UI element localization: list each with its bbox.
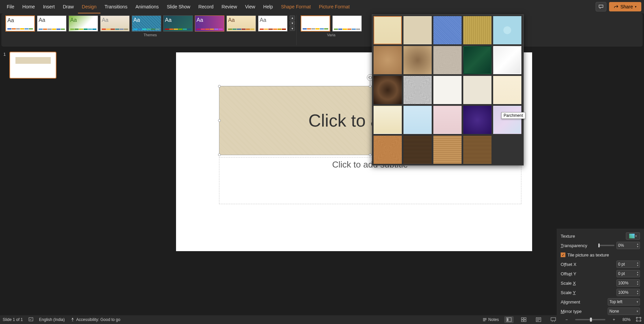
language-status[interactable]: English (India) (39, 317, 65, 322)
texture-recycledpaper[interactable] (463, 76, 491, 104)
tab-slide-show[interactable]: Slide Show (163, 0, 194, 13)
tab-view[interactable]: View (241, 0, 259, 13)
texture-papyrus[interactable] (374, 16, 402, 44)
variant-0[interactable] (301, 15, 330, 32)
mirror-type-label: Mirror type (561, 309, 582, 314)
texture-waterdroplets[interactable] (493, 16, 521, 44)
texture-bluetissue[interactable] (403, 106, 432, 134)
texture-cork[interactable] (374, 136, 402, 164)
theme-facet[interactable]: Aa (69, 15, 98, 32)
texture-mediumwood[interactable] (463, 136, 491, 164)
texture-parchment[interactable] (493, 76, 521, 104)
tab-insert[interactable]: Insert (39, 0, 59, 13)
tab-animations[interactable]: Animations (131, 0, 163, 13)
slide-editor[interactable]: Click to add title Click to add subtitle… (64, 48, 644, 319)
svg-rect-6 (521, 320, 523, 322)
texture-stationery[interactable] (374, 106, 402, 134)
svg-rect-9 (551, 318, 556, 321)
texture-brownmarble[interactable] (374, 76, 402, 104)
theme-integral[interactable]: Aa (132, 15, 161, 32)
tab-home[interactable]: Home (18, 0, 39, 13)
design-ribbon: AaAaAaAaAaAaAaAaAa ▴ ▾ ▾ Themes Varia (1, 13, 643, 47)
svg-rect-4 (521, 318, 523, 319)
texture-oak[interactable] (433, 136, 462, 164)
slide-thumbnail-panel[interactable]: 1 (0, 48, 64, 319)
texture-purple[interactable] (463, 106, 491, 134)
texture-fishfossil[interactable] (403, 46, 432, 74)
scale-x-input[interactable]: 100%▴▾ (616, 279, 640, 287)
spellcheck-icon[interactable] (28, 317, 34, 323)
normal-view-button[interactable] (504, 316, 514, 323)
scroll-down-icon[interactable]: ▾ (290, 21, 295, 26)
texture-denim[interactable] (433, 16, 462, 44)
slideshow-icon (551, 317, 556, 322)
tab-shape-format[interactable]: Shape Format (277, 0, 315, 13)
comments-button[interactable] (596, 2, 606, 11)
scale-y-label: Scale Y (561, 290, 576, 295)
mirror-type-select[interactable]: None▾ (608, 308, 640, 315)
texture-bouquet[interactable] (493, 106, 521, 134)
expand-gallery-icon[interactable]: ▾ (290, 26, 295, 31)
variant-1[interactable] (332, 15, 362, 32)
texture-swatch-icon (629, 234, 635, 238)
tab-picture-format[interactable]: Picture Format (315, 0, 354, 13)
texture-gallery-popup: Parchment (372, 14, 524, 166)
chevron-down-icon: ▾ (635, 234, 637, 238)
accessibility-status[interactable]: Accessibility: Good to go (70, 317, 120, 322)
slideshow-button[interactable] (549, 316, 558, 323)
transparency-slider[interactable] (598, 245, 614, 246)
zoom-slider[interactable] (575, 319, 605, 320)
transparency-input[interactable]: 0%▴▾ (616, 242, 640, 249)
texture-paperbag[interactable] (374, 46, 402, 74)
texture-greenmarble[interactable] (463, 46, 491, 74)
offset-x-input[interactable]: 0 pt▴▾ (616, 261, 640, 268)
fit-icon (636, 317, 641, 322)
theme-gallery[interactable]: Aa (100, 15, 130, 32)
notes-button[interactable]: Notes (482, 317, 499, 322)
theme-ion[interactable]: Aa (163, 15, 193, 32)
slide-sorter-button[interactable] (519, 316, 528, 323)
texture-walnut[interactable] (403, 136, 432, 164)
tab-file[interactable]: File (3, 0, 18, 13)
texture-picker-button[interactable]: ▾ (626, 232, 640, 240)
offset-y-input[interactable]: 0 pt▴▾ (616, 270, 640, 277)
themes-gallery[interactable]: AaAaAaAaAaAaAaAaAa ▴ ▾ ▾ (5, 15, 295, 32)
tab-design[interactable]: Design (78, 0, 101, 13)
texture-pinktissue[interactable] (433, 106, 462, 134)
tab-draw[interactable]: Draw (59, 0, 78, 13)
format-shape-pane: Texture ▾ Transparency 0%▴▾ ✓ Tile pictu… (557, 229, 644, 319)
texture-newsprint[interactable] (433, 76, 462, 104)
share-icon (614, 4, 618, 9)
zoom-out-button[interactable]: − (563, 317, 570, 322)
tab-transitions[interactable]: Transitions (100, 0, 131, 13)
texture-sand[interactable] (433, 46, 462, 74)
slide-counter[interactable]: Slide 1 of 1 (3, 317, 23, 322)
theme-organic[interactable]: Aa (226, 15, 256, 32)
scroll-up-icon[interactable]: ▴ (290, 15, 295, 20)
reading-view-button[interactable] (534, 316, 543, 323)
theme-retro[interactable]: Aa (258, 15, 288, 32)
texture-whitemarble[interactable] (493, 46, 521, 74)
themes-gallery-scroll[interactable]: ▴ ▾ ▾ (290, 15, 295, 31)
texture-granite[interactable] (403, 76, 432, 104)
zoom-in-button[interactable]: + (611, 317, 617, 322)
theme-office[interactable]: Aa (5, 15, 35, 32)
tab-record[interactable]: Record (194, 0, 217, 13)
zoom-level[interactable]: 80% (622, 317, 631, 322)
tab-help[interactable]: Help (259, 0, 277, 13)
scale-y-input[interactable]: 100%▴▾ (616, 289, 640, 296)
fit-to-window-button[interactable] (636, 317, 641, 323)
variants-gallery[interactable] (301, 15, 362, 32)
share-label: Share (620, 4, 633, 9)
theme-ionboard[interactable]: Aa (195, 15, 224, 32)
slide-thumbnail-1[interactable] (9, 52, 56, 79)
tab-review[interactable]: Review (218, 0, 241, 13)
share-button[interactable]: Share ▾ (609, 2, 641, 11)
tile-picture-checkbox[interactable]: ✓ Tile picture as texture (561, 250, 640, 260)
theme-theme2[interactable]: Aa (37, 15, 67, 32)
texture-canvas[interactable] (403, 16, 432, 44)
transparency-label: Transparency (561, 243, 587, 248)
alignment-select[interactable]: Top left▾ (608, 298, 640, 306)
texture-wovenmat[interactable] (463, 16, 491, 44)
texture-tooltip: Parchment (501, 112, 525, 119)
